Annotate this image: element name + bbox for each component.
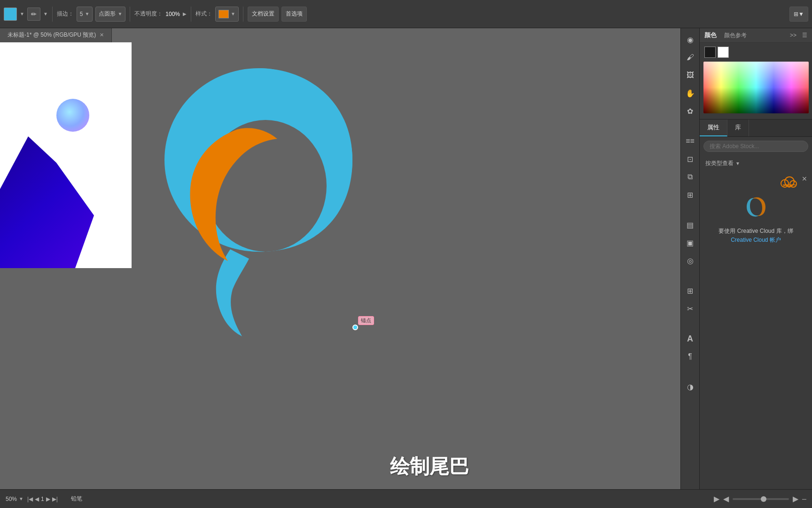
right-icon-panel: ◉ 🖌 🖼 ✋ ✿ ≡≡ ⊡ ⧉ ⊞ ▤ ▣ ◎ ⊞ ✂ A ¶ ◑ xyxy=(680,28,699,489)
fill-color-dropdown-arrow[interactable]: ▼ xyxy=(20,11,24,16)
tab-properties[interactable]: 属性 xyxy=(700,119,727,136)
color-panel-header: 颜色 颜色参考 >> ☰ xyxy=(700,28,812,43)
main-toolbar: ▼ ✏ ▼ 描边： 5 ▼ 点圆形 ▼ 不透明度： 100% ▶ 样式： ▼ 文… xyxy=(0,0,812,28)
timeline-slider[interactable] xyxy=(733,498,789,500)
toolbar-separator-2 xyxy=(130,7,130,22)
far-right-panel: 颜色 颜色参考 >> ☰ 属性 库 按类型查看 ▼ ✕ xyxy=(699,28,812,508)
cc-panel-close[interactable]: ✕ xyxy=(802,175,807,183)
current-tool-label: 铅笔 xyxy=(71,495,82,503)
minus-button[interactable]: – xyxy=(802,495,806,503)
paragraph-icon[interactable]: ¶ xyxy=(683,349,698,364)
slider-thumb[interactable] xyxy=(761,496,766,502)
cc-text2: Creative Cloud 帐户 xyxy=(731,237,781,243)
scissors-icon[interactable]: ✂ xyxy=(683,301,698,316)
cc-message: 要使用 Creative Cloud 库，绑 Creative Cloud 帐户 xyxy=(709,227,803,245)
pen-tool-button[interactable]: ✏ xyxy=(27,8,40,21)
play-button[interactable]: ▶ xyxy=(714,494,719,503)
link-icon[interactable]: ⧉ xyxy=(683,169,698,184)
cursor-anchor-point xyxy=(352,325,358,330)
subtitle-text: 绘制尾巴 xyxy=(390,453,469,480)
cc-cloud-icon xyxy=(779,173,798,191)
color-panel: 颜色 颜色参考 >> ☰ xyxy=(700,28,812,119)
opacity-nav-arrow[interactable]: ▶ xyxy=(183,11,187,16)
panel-menu-icon[interactable]: ☰ xyxy=(802,32,807,39)
tab-title: 未标题-1* @ 50% (RGB/GPU 预览) xyxy=(8,31,96,39)
toolbar-separator-1 xyxy=(52,7,53,22)
stroke-dropdown[interactable]: 5 ▼ xyxy=(77,7,93,22)
opacity-value: 100% xyxy=(165,11,180,17)
tab-library[interactable]: 库 xyxy=(727,119,749,136)
status-right: ▶ ◀ ▶ – xyxy=(714,494,806,503)
stroke-label: 描边： xyxy=(57,10,74,18)
nav-next-button[interactable]: ▶ xyxy=(46,496,50,502)
transform-icon[interactable]: ▣ xyxy=(683,235,698,250)
layers-icon[interactable]: ≡≡ xyxy=(683,134,698,149)
preview-panel xyxy=(0,42,132,268)
panel-expand-arrows[interactable]: >> xyxy=(790,32,796,39)
zoom-value: 50% xyxy=(6,496,17,502)
page-number: 1 xyxy=(41,496,44,502)
color-ref-title: 颜色参考 xyxy=(724,32,747,40)
pathfinder-icon[interactable]: ◎ xyxy=(683,253,698,268)
canvas-area[interactable]: 锚点 xyxy=(132,42,699,489)
stroke-dropdown-arrow: ▼ xyxy=(85,11,90,16)
tab-suffix: @ 50% (RGB/GPU 预览) xyxy=(33,32,96,38)
shape-label: 点圆形 xyxy=(99,10,116,18)
toolbar-separator-4 xyxy=(243,7,243,22)
black-swatch[interactable] xyxy=(704,47,716,58)
shape-dropdown-arrow: ▼ xyxy=(117,11,122,16)
view-type-chevron: ▼ xyxy=(735,161,740,166)
brush-icon[interactable]: 🖌 xyxy=(683,50,698,65)
cursor-tooltip: 锚点 xyxy=(358,316,374,325)
image-icon[interactable]: 🖼 xyxy=(683,68,698,83)
grid-icon[interactable]: ⊞ xyxy=(683,283,698,298)
far-right-tabs: 属性 库 xyxy=(700,119,812,137)
zoom-control[interactable]: 50% ▼ xyxy=(6,496,23,502)
tab-name: 未标题-1* xyxy=(8,32,31,38)
color-panel-title: 颜色 xyxy=(704,31,717,40)
color-wheel-icon[interactable]: ◉ xyxy=(683,32,698,47)
style-dropdown-arrow: ▼ xyxy=(231,11,235,16)
color-spectrum[interactable] xyxy=(703,62,809,113)
fill-color-swatch[interactable] xyxy=(4,8,17,21)
status-bar: 50% ▼ |◀ ◀ 1 ▶ ▶| 铅笔 ▶ ◀ ▶ – xyxy=(0,489,812,508)
preferences-button[interactable]: 首选项 xyxy=(281,7,307,22)
stroke-value: 5 xyxy=(80,11,83,17)
view-type-label: 按类型查看 xyxy=(705,159,734,167)
view-type-button[interactable]: 按类型查看 ▼ xyxy=(700,156,812,171)
circle-gradient-icon[interactable]: ◑ xyxy=(683,379,698,394)
arrange-button[interactable]: ⊞▼ xyxy=(789,7,808,22)
style-dropdown[interactable]: ▼ xyxy=(215,7,239,22)
style-label: 样式： xyxy=(195,10,212,18)
align-icon[interactable]: ▤ xyxy=(683,217,698,232)
white-swatch[interactable] xyxy=(718,47,729,58)
nav-last-button[interactable]: ▶| xyxy=(52,496,58,502)
flower-icon[interactable]: ✿ xyxy=(683,103,698,119)
doc-settings-button[interactable]: 文档设置 xyxy=(248,7,279,22)
preview-circle xyxy=(56,99,89,132)
copy-icon[interactable]: ⊞ xyxy=(683,187,698,202)
nav-first-button[interactable]: |◀ xyxy=(27,496,33,502)
text-icon[interactable]: A xyxy=(683,331,698,346)
artboard-icon[interactable]: ⊡ xyxy=(683,151,698,167)
tab-close-button[interactable]: ✕ xyxy=(100,32,104,38)
cc-logo-icon xyxy=(740,193,773,221)
cc-text1: 要使用 Creative Cloud 库，绑 xyxy=(718,228,793,234)
zoom-dropdown-arrow[interactable]: ▼ xyxy=(19,496,23,501)
left-arrow[interactable]: ◀ xyxy=(723,494,729,503)
page-navigation: |◀ ◀ 1 ▶ ▶| xyxy=(27,496,58,502)
shape-dropdown[interactable]: 点圆形 ▼ xyxy=(95,7,125,22)
document-tab[interactable]: 未标题-1* @ 50% (RGB/GPU 预览) ✕ xyxy=(0,28,112,42)
pen-tool-dropdown-arrow[interactable]: ▼ xyxy=(43,11,48,16)
preview-blue-shape xyxy=(0,136,94,268)
spectrum-black-overlay xyxy=(703,62,809,113)
search-bar xyxy=(700,137,812,156)
search-input[interactable] xyxy=(703,141,808,152)
artwork-container xyxy=(146,66,371,339)
tab-bar: 未标题-1* @ 50% (RGB/GPU 预览) ✕ xyxy=(0,28,112,42)
right-arrow[interactable]: ▶ xyxy=(793,494,798,503)
toolbar-separator-3 xyxy=(191,7,191,22)
color-swatches xyxy=(700,43,812,60)
nav-prev-button[interactable]: ◀ xyxy=(35,496,39,502)
hand-icon[interactable]: ✋ xyxy=(683,86,698,101)
